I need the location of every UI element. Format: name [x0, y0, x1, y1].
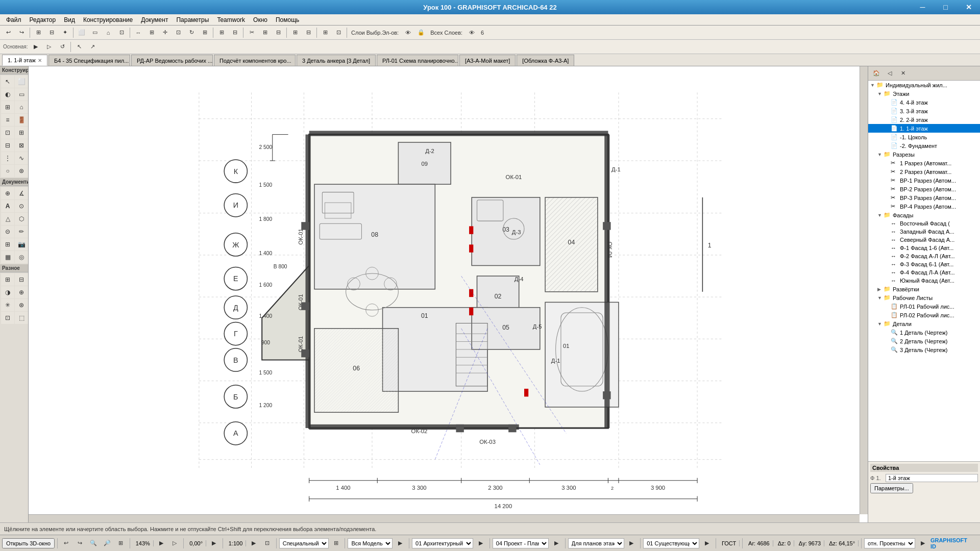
copy-button[interactable]: ⊡: [172, 27, 184, 38]
misc4-tool[interactable]: ⊕: [15, 286, 28, 298]
tab-0[interactable]: 1. 1-й этаж✕: [2, 55, 47, 66]
bt-vf-arrow[interactable]: ▶: [626, 538, 638, 549]
scale-button[interactable]: ⊞: [199, 27, 211, 38]
wall-tool[interactable]: ⬜: [15, 76, 28, 88]
tree-item-9[interactable]: ✂1 Разрез (Автомат...: [868, 159, 980, 167]
layer-combo-select[interactable]: 01 Архитектурный ...: [412, 538, 473, 548]
params-button[interactable]: Параметры...: [870, 483, 913, 493]
select-tool[interactable]: ↖: [1, 76, 14, 88]
2d-3d-button[interactable]: ⊞: [319, 27, 331, 38]
menu-item-вид[interactable]: Вид: [60, 15, 79, 24]
tree-item-10[interactable]: ✂2 Разрез (Автомат...: [868, 167, 980, 176]
slab-button[interactable]: ▭: [89, 27, 101, 38]
tree-item-12[interactable]: ✂ВР-2 Разрез (Автом...: [868, 185, 980, 193]
beam-tool[interactable]: ≡: [1, 114, 14, 126]
tree-item-18[interactable]: ↔Северный Фасад А...: [868, 236, 980, 244]
stretch-button[interactable]: ↔: [132, 27, 144, 38]
tab-2[interactable]: РД-АР Ведомость рабочих ...: [131, 55, 213, 66]
window-tool[interactable]: ⊡: [1, 127, 14, 139]
tree-item-6[interactable]: 📄-1. Цоколь: [868, 133, 980, 141]
trim-button[interactable]: ✂: [246, 27, 258, 38]
mesh-tool[interactable]: ⊛: [15, 165, 28, 177]
drawing-area[interactable]: К И Ж Е Д Г В Б А 09: [29, 66, 868, 522]
tree-item-13[interactable]: ✂ВР-3 Разрез (Автом...: [868, 193, 980, 202]
tree-item-28[interactable]: ▼📁Детали: [868, 319, 980, 328]
spline-tool[interactable]: ⊝: [1, 226, 14, 238]
column-tool[interactable]: ⊞: [1, 101, 14, 113]
ref-combo-select[interactable]: отн. Проектны...: [864, 538, 915, 548]
tree-item-14[interactable]: ✂ВР-4 Разрез (Автом...: [868, 202, 980, 211]
ungroup-button[interactable]: ⊟: [229, 27, 241, 38]
tree-item-17[interactable]: ↔Западный Фасад А...: [868, 228, 980, 236]
column2-tool[interactable]: ⋮: [1, 152, 14, 164]
roof-button[interactable]: ⌂: [102, 27, 114, 38]
bt-display-icon[interactable]: ⊞: [330, 538, 342, 549]
tab-5[interactable]: РЛ-01 Схема планировочно...: [377, 55, 458, 66]
text-tool[interactable]: A: [1, 200, 14, 212]
move-button[interactable]: ✛: [159, 27, 171, 38]
section-button[interactable]: ⊟: [302, 27, 314, 38]
perspective-button[interactable]: ⊡: [332, 27, 345, 38]
tree-item-23[interactable]: ↔Южный Фасад (Авт...: [868, 277, 980, 285]
dimension-tool[interactable]: ⊕: [1, 187, 14, 199]
menu-item-помощь[interactable]: Помощь: [272, 15, 303, 24]
tree-item-21[interactable]: ↔Ф-3 Фасад 6-1 (Авт...: [868, 260, 980, 268]
tree-item-25[interactable]: ▼📁Рабочие Листы: [868, 293, 980, 302]
arrow-tool[interactable]: ▶: [30, 41, 42, 53]
zone-tool[interactable]: ○: [1, 165, 14, 177]
bt-zoom-in[interactable]: 🔎: [101, 538, 113, 549]
bt-scale-arrow[interactable]: ▶: [248, 538, 260, 549]
mirror-button[interactable]: ⊞: [145, 27, 158, 38]
menu-item-файл[interactable]: Файл: [2, 15, 26, 24]
tree-item-19[interactable]: ↔Ф-1 Фасад 1-6 (Авт...: [868, 244, 980, 252]
tree-item-4[interactable]: 📄2. 2-й этаж: [868, 115, 980, 124]
bt-model-arrow[interactable]: ▶: [394, 538, 406, 549]
slab-tool[interactable]: ▭: [15, 88, 28, 101]
stair-tool[interactable]: ⊟: [1, 139, 14, 152]
tree-item-2[interactable]: 📄4. 4-й этаж: [868, 98, 980, 107]
tree-item-29[interactable]: 🔍1 Деталь (Чертеж): [868, 328, 980, 337]
tree-item-26[interactable]: 📋РЛ-01 Рабочий лис...: [868, 302, 980, 311]
tree-item-30[interactable]: 🔍2 Деталь (Чертеж): [868, 337, 980, 345]
split-button[interactable]: ⊞: [259, 27, 271, 38]
bt-zoom-out[interactable]: 🔍: [88, 538, 100, 549]
bt-ref-arrow[interactable]: ▶: [917, 538, 929, 549]
tree-item-22[interactable]: ↔Ф-4 Фасад Л-А (Авт...: [868, 268, 980, 277]
tab-6[interactable]: [А3-А-Мой макет]: [459, 55, 516, 66]
bt-ov-arrow[interactable]: ▶: [701, 538, 713, 549]
elevation-tool[interactable]: ◎: [15, 251, 28, 263]
misc3-tool[interactable]: ◑: [1, 286, 14, 298]
bt-plan-arrow[interactable]: ▶: [550, 538, 562, 549]
all-layers-eye-button[interactable]: 👁: [465, 27, 478, 38]
roof-tool[interactable]: ⌂: [15, 101, 28, 113]
wall-button[interactable]: ⬜: [76, 27, 88, 38]
bt-undo[interactable]: ↩: [60, 538, 72, 549]
cursor2-tool[interactable]: ↗: [86, 41, 99, 53]
bt-redo[interactable]: ↪: [74, 538, 86, 549]
tree-item-3[interactable]: 📄3. 3-й этаж: [868, 107, 980, 115]
angle-dim-tool[interactable]: ∡: [15, 187, 28, 199]
menu-item-редактор[interactable]: Редактор: [26, 15, 60, 24]
misc8-tool[interactable]: ⬚: [15, 312, 28, 324]
arrow2-tool[interactable]: ▷: [43, 41, 55, 53]
tree-item-31[interactable]: 🔍3 Деталь (Чертеж): [868, 345, 980, 354]
override-select[interactable]: 01 Существующее с...: [643, 538, 699, 548]
vertical-scrollbar[interactable]: [860, 66, 868, 514]
undo-button[interactable]: ↩: [2, 27, 14, 38]
tree-item-27[interactable]: 📋РЛ-02 Рабочий лис...: [868, 311, 980, 319]
bt-fit[interactable]: ⊞: [115, 538, 127, 549]
bt-scale-icon[interactable]: ⊡: [261, 538, 274, 549]
camera-tool[interactable]: 📷: [15, 238, 28, 251]
tab-4[interactable]: 3 Деталь анкера [3 Детал]: [297, 55, 376, 66]
label-tool[interactable]: ⊙: [15, 200, 28, 212]
deselect-button[interactable]: ⊟: [45, 27, 58, 38]
menu-item-параметры[interactable]: Параметры: [172, 15, 213, 24]
rotate-button[interactable]: ↻: [185, 27, 198, 38]
maximize-button[interactable]: □: [934, 0, 957, 14]
arc-tool[interactable]: ◐: [1, 88, 14, 101]
drawing-tool[interactable]: ✏: [15, 226, 28, 238]
tab-close-0[interactable]: ✕: [38, 58, 42, 63]
tree-item-0[interactable]: ▼📁Индивидуальный жил...: [868, 81, 980, 89]
menu-item-teamwork[interactable]: Teamwork: [213, 15, 249, 24]
rotate-view-tool[interactable]: ↺: [56, 41, 68, 53]
